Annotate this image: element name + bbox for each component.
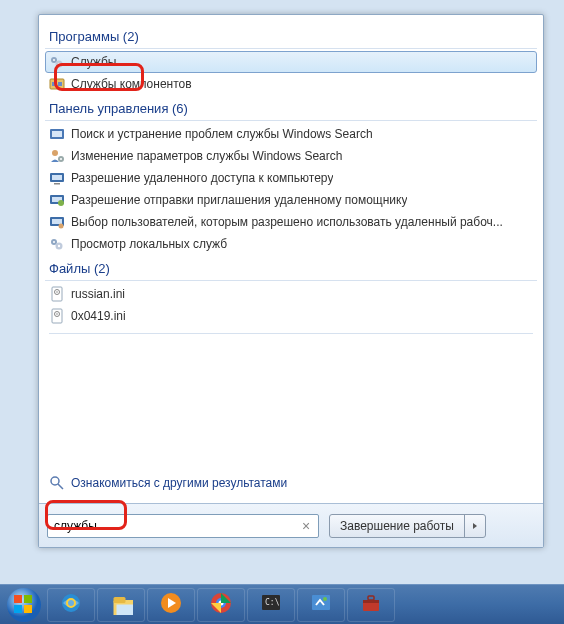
- taskbar-button[interactable]: [297, 588, 345, 622]
- result-item[interactable]: Поиск и устранение проблем службы Window…: [45, 123, 537, 145]
- svg-rect-42: [117, 605, 134, 616]
- taskbar-button[interactable]: [197, 588, 245, 622]
- svg-rect-35: [24, 595, 32, 603]
- svg-rect-14: [54, 183, 60, 185]
- svg-point-24: [58, 245, 60, 247]
- taskbar-button[interactable]: C:\: [247, 588, 295, 622]
- remote-assist-icon: [49, 192, 65, 208]
- result-label: Службы: [71, 55, 116, 69]
- see-more-results-label: Ознакомиться с другими результатами: [71, 476, 287, 490]
- result-item[interactable]: Разрешение отправки приглашения удаленно…: [45, 189, 537, 211]
- svg-text:C:\: C:\: [265, 598, 280, 607]
- result-label: Просмотр локальных служб: [71, 237, 227, 251]
- shutdown-split-button[interactable]: Завершение работы: [329, 514, 486, 538]
- taskbar-button[interactable]: [347, 588, 395, 622]
- svg-point-17: [58, 200, 64, 206]
- search-input[interactable]: [48, 515, 318, 537]
- section-header-control-panel: Панель управления (6): [45, 95, 537, 121]
- svg-point-2: [53, 59, 55, 61]
- start-menu-search-panel: Программы (2) Службы Службы компонентов …: [38, 14, 544, 548]
- svg-rect-6: [58, 82, 62, 86]
- search-box[interactable]: ×: [47, 514, 319, 538]
- component-services-icon: [49, 76, 65, 92]
- result-label: Разрешение удаленного доступа к компьюте…: [71, 171, 333, 185]
- result-item[interactable]: Просмотр локальных служб: [45, 233, 537, 255]
- start-button[interactable]: [4, 585, 44, 625]
- svg-rect-41: [114, 597, 126, 603]
- svg-point-50: [323, 597, 327, 601]
- section-header-files: Файлы (2): [45, 255, 537, 281]
- result-item-component-services[interactable]: Службы компонентов: [45, 73, 537, 95]
- clear-search-icon[interactable]: ×: [298, 518, 314, 534]
- section-header-programs: Программы (2): [45, 23, 537, 49]
- ini-file-icon: [49, 286, 65, 302]
- taskbar-button[interactable]: [97, 588, 145, 622]
- svg-rect-36: [14, 605, 22, 613]
- internet-explorer-icon: [59, 591, 83, 618]
- media-player-icon: [159, 591, 183, 618]
- svg-rect-53: [368, 596, 374, 600]
- result-item[interactable]: 0x0419.ini: [45, 305, 537, 327]
- result-label: Разрешение отправки приглашения удаленно…: [71, 193, 407, 207]
- svg-rect-13: [52, 175, 62, 180]
- shutdown-button-arrow[interactable]: [465, 515, 485, 537]
- svg-point-27: [56, 291, 58, 293]
- terminal-icon: C:\: [259, 591, 283, 618]
- taskbar-button[interactable]: [47, 588, 95, 622]
- taskbar: C:\: [0, 584, 564, 624]
- result-item-services[interactable]: Службы: [45, 51, 537, 73]
- taskbar-button[interactable]: [147, 588, 195, 622]
- start-menu-bottom-bar: × Завершение работы: [39, 503, 543, 547]
- shutdown-button-main[interactable]: Завершение работы: [330, 515, 465, 537]
- svg-point-20: [59, 224, 64, 229]
- remote-access-icon: [49, 170, 65, 186]
- result-label: Выбор пользователей, которым разрешено и…: [71, 215, 503, 229]
- remote-users-icon: [49, 214, 65, 230]
- result-label: Службы компонентов: [71, 77, 192, 91]
- svg-point-23: [53, 241, 55, 243]
- result-item[interactable]: Выбор пользователей, которым разрешено и…: [45, 211, 537, 233]
- search-icon: [49, 475, 65, 491]
- tool1-icon: [309, 591, 333, 618]
- svg-rect-19: [52, 219, 62, 224]
- svg-line-32: [58, 484, 63, 489]
- result-label: 0x0419.ini: [71, 309, 126, 323]
- result-item[interactable]: russian.ini: [45, 283, 537, 305]
- user-setting-icon: [49, 148, 65, 164]
- svg-rect-37: [24, 605, 32, 613]
- svg-rect-5: [52, 82, 56, 86]
- svg-rect-8: [52, 131, 62, 137]
- chrome-icon: [209, 591, 233, 618]
- svg-point-31: [51, 477, 59, 485]
- see-more-results-link[interactable]: Ознакомиться с другими результатами: [49, 475, 287, 491]
- file-explorer-icon: [109, 591, 133, 618]
- toolbox-icon: [359, 591, 383, 618]
- result-label: Изменение параметров службы Windows Sear…: [71, 149, 342, 163]
- result-label: russian.ini: [71, 287, 125, 301]
- result-item[interactable]: Разрешение удаленного доступа к компьюте…: [45, 167, 537, 189]
- svg-point-9: [52, 150, 58, 156]
- result-label: Поиск и устранение проблем службы Window…: [71, 127, 373, 141]
- result-item[interactable]: Изменение параметров службы Windows Sear…: [45, 145, 537, 167]
- svg-point-30: [56, 313, 58, 315]
- ini-file-icon: [49, 308, 65, 324]
- svg-rect-34: [14, 595, 22, 603]
- services-icon: [49, 54, 65, 70]
- troubleshoot-icon: [49, 126, 65, 142]
- svg-point-3: [58, 63, 60, 65]
- search-results: Программы (2) Службы Службы компонентов …: [39, 15, 543, 348]
- svg-point-11: [60, 158, 62, 160]
- services-icon: [49, 236, 65, 252]
